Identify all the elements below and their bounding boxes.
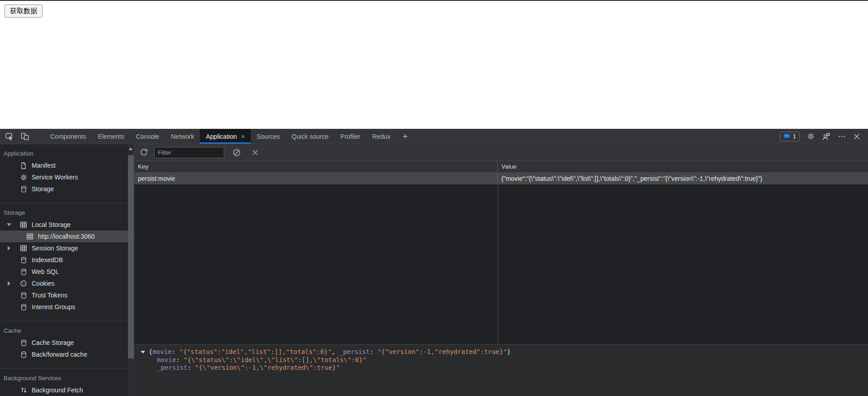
inspect-element-icon[interactable] bbox=[2, 129, 17, 144]
device-toolbar-icon[interactable] bbox=[17, 129, 33, 144]
sidebar-item-label: Session Storage bbox=[32, 245, 78, 252]
preview-property-line[interactable]: movie: "{\"status\":\"idel\",\"list\":[]… bbox=[134, 356, 868, 364]
tab-profiler[interactable]: Profiler bbox=[335, 129, 366, 144]
sidebar-section-background-services: Background Services Background Fetch bbox=[0, 368, 128, 396]
feedback-person-icon[interactable] bbox=[822, 132, 831, 141]
sidebar-item-local-storage[interactable]: Local Storage bbox=[0, 219, 128, 231]
tab-sources[interactable]: Sources bbox=[251, 129, 286, 144]
database-icon bbox=[19, 291, 28, 300]
value-preview-pane: {movie: "{"status":"idel","list":[],"tot… bbox=[134, 344, 868, 396]
tab-bar-right-controls: 1 bbox=[780, 129, 868, 144]
section-title: Background Services bbox=[0, 372, 128, 384]
fetch-data-button[interactable]: 获取数据 bbox=[5, 5, 42, 18]
table-icon bbox=[19, 221, 28, 229]
sidebar-item-cookies[interactable]: Cookies bbox=[0, 278, 128, 289]
sidebar-item-manifest[interactable]: Manifest bbox=[0, 160, 128, 171]
sidebar-item-label: Back/forward cache bbox=[32, 351, 87, 358]
sidebar-item-indexeddb[interactable]: IndexedDB bbox=[0, 254, 128, 266]
add-tab-button[interactable]: + bbox=[396, 129, 414, 144]
sidebar-item-label: Background Fetch bbox=[32, 387, 83, 394]
table-icon bbox=[19, 244, 28, 252]
chevron-right-icon[interactable] bbox=[8, 246, 10, 250]
issues-count: 1 bbox=[793, 133, 796, 140]
sidebar-item-cache-storage[interactable]: Cache Storage bbox=[0, 337, 128, 349]
application-sidebar: Application Manifest bbox=[0, 144, 128, 396]
row-key-cell[interactable]: persist:movie bbox=[134, 173, 498, 184]
local-storage-panel: Key Value persist:movie {"movie":"{\"sta… bbox=[134, 144, 868, 396]
more-options-icon[interactable] bbox=[838, 132, 846, 141]
sidebar-item-label: Cache Storage bbox=[32, 339, 74, 346]
sidebar-section-cache: Cache Cache Storage bbox=[0, 321, 128, 368]
column-header-value[interactable]: Value bbox=[498, 161, 868, 172]
section-title: Storage bbox=[0, 207, 128, 219]
datagrid-header: Key Value bbox=[134, 161, 868, 173]
gear-icon bbox=[19, 173, 28, 182]
sidebar-item-localhost-3060[interactable]: http://localhost:3060 bbox=[0, 231, 128, 242]
sidebar-section-storage: Storage Local Storage bbox=[0, 203, 128, 321]
issues-bubble-icon bbox=[783, 133, 790, 140]
tab-quick-source[interactable]: Quick source bbox=[286, 129, 335, 144]
clear-all-icon[interactable] bbox=[231, 146, 242, 158]
chevron-right-icon[interactable] bbox=[8, 281, 10, 286]
chevron-down-icon[interactable] bbox=[141, 351, 145, 354]
sidebar-item-service-workers[interactable]: Service Workers bbox=[0, 171, 128, 183]
database-icon bbox=[19, 256, 28, 264]
web-page: 获取数据 bbox=[0, 1, 868, 129]
sidebar-item-storage[interactable]: Storage bbox=[0, 183, 128, 195]
document-icon bbox=[19, 161, 28, 170]
sidebar-scrollbar[interactable] bbox=[128, 144, 134, 396]
sidebar-item-interest-groups[interactable]: Interest Groups bbox=[0, 301, 128, 313]
database-icon bbox=[19, 350, 28, 359]
tab-network[interactable]: Network bbox=[165, 129, 200, 144]
sidebar-section-application: Application Manifest bbox=[0, 144, 128, 203]
table-icon bbox=[25, 232, 34, 240]
sidebar-item-label: Web SQL bbox=[32, 268, 59, 275]
scroll-up-arrow-icon[interactable] bbox=[129, 147, 132, 150]
sidebar-item-back-forward-cache[interactable]: Back/forward cache bbox=[0, 349, 128, 360]
database-icon bbox=[19, 185, 28, 193]
tab-console[interactable]: Console bbox=[130, 129, 165, 144]
sidebar-item-session-storage[interactable]: Session Storage bbox=[0, 242, 128, 254]
datagrid-empty-area[interactable] bbox=[134, 184, 868, 344]
devtools-panel: Components Elements Console Network Appl… bbox=[0, 129, 868, 396]
sidebar-item-label: Storage bbox=[32, 185, 54, 193]
table-row-persist-movie[interactable]: persist:movie {"movie":"{\"status\":\"id… bbox=[134, 173, 868, 184]
tab-list: Components Elements Console Network Appl… bbox=[44, 129, 414, 144]
sidebar-item-label: Local Storage bbox=[32, 221, 71, 228]
database-icon bbox=[19, 303, 28, 311]
sidebar-item-label: Manifest bbox=[32, 162, 56, 169]
row-value-cell[interactable]: {"movie":"{\"status\":\"idel\",\"list\":… bbox=[498, 173, 868, 184]
tab-components[interactable]: Components bbox=[44, 129, 92, 144]
sidebar-item-label: Service Workers bbox=[32, 174, 78, 181]
storage-toolbar bbox=[134, 144, 868, 161]
column-divider[interactable] bbox=[498, 184, 498, 344]
sidebar-item-web-sql[interactable]: Web SQL bbox=[0, 266, 128, 278]
sidebar-item-background-fetch[interactable]: Background Fetch bbox=[0, 384, 128, 396]
issues-counter-badge[interactable]: 1 bbox=[780, 132, 800, 141]
cookie-icon bbox=[19, 279, 28, 288]
delete-selected-icon[interactable] bbox=[249, 146, 261, 158]
filter-input[interactable] bbox=[154, 147, 224, 158]
close-tab-icon[interactable]: × bbox=[241, 133, 245, 140]
sidebar-item-label: Interest Groups bbox=[32, 303, 75, 311]
tab-redux[interactable]: Redux bbox=[366, 129, 396, 144]
sidebar-item-trust-tokens[interactable]: Trust Tokens bbox=[0, 289, 128, 301]
arrows-up-down-icon bbox=[19, 386, 28, 394]
scrollbar-thumb[interactable] bbox=[128, 155, 134, 358]
refresh-icon[interactable] bbox=[138, 146, 150, 158]
column-header-key[interactable]: Key bbox=[134, 161, 498, 172]
section-title: Application bbox=[0, 148, 128, 160]
sidebar-item-label: http://localhost:3060 bbox=[38, 233, 94, 240]
sidebar-item-label: IndexedDB bbox=[32, 256, 63, 264]
devtools-tab-bar: Components Elements Console Network Appl… bbox=[0, 129, 868, 144]
preview-root-line[interactable]: {movie: "{"status":"idel","list":[],"tot… bbox=[134, 348, 868, 356]
tab-application[interactable]: Application × bbox=[200, 129, 250, 144]
tab-elements[interactable]: Elements bbox=[92, 129, 130, 144]
settings-gear-icon[interactable] bbox=[807, 132, 815, 141]
close-devtools-icon[interactable] bbox=[853, 132, 861, 141]
preview-property-line[interactable]: _persist: "{\"version\":-1,\"rehydrated\… bbox=[134, 364, 868, 372]
database-icon bbox=[19, 268, 28, 276]
section-title: Cache bbox=[0, 325, 128, 337]
chevron-down-icon[interactable] bbox=[7, 223, 11, 226]
database-icon bbox=[19, 339, 28, 347]
